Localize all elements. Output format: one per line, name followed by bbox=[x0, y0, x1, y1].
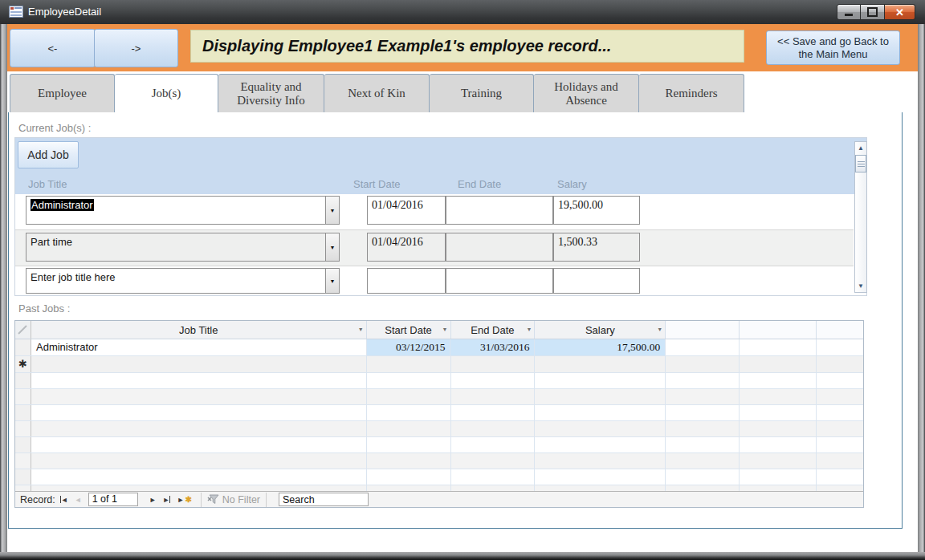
empty-grid-cell[interactable] bbox=[15, 437, 31, 452]
cell-empty[interactable] bbox=[31, 356, 367, 372]
new-record-selector[interactable]: ✱ bbox=[15, 356, 31, 372]
job-title-combo[interactable]: Administrator bbox=[26, 196, 326, 225]
empty-grid-cell[interactable] bbox=[15, 373, 31, 388]
empty-grid-cell[interactable] bbox=[15, 469, 31, 485]
cell-empty[interactable] bbox=[740, 339, 817, 355]
cell-empty[interactable] bbox=[740, 356, 817, 372]
first-record-button[interactable]: ◄ bbox=[60, 496, 68, 504]
empty-grid-cell[interactable] bbox=[666, 437, 740, 452]
empty-grid-cell[interactable] bbox=[817, 437, 863, 452]
end-date-field[interactable] bbox=[446, 268, 553, 294]
save-and-back-button[interactable]: << Save and go Back to the Main Menu bbox=[766, 30, 900, 65]
empty-grid-row[interactable] bbox=[15, 373, 863, 389]
next-record-button[interactable]: -> bbox=[94, 29, 178, 67]
empty-grid-cell[interactable] bbox=[451, 405, 536, 420]
empty-grid-cell[interactable] bbox=[666, 453, 740, 469]
start-date-field[interactable]: 01/04/2016 bbox=[367, 196, 446, 225]
column-dropdown-icon[interactable]: ▼ bbox=[442, 327, 448, 332]
cell-start-date[interactable]: 03/12/2015 bbox=[367, 339, 451, 355]
tab-employee[interactable]: Employee bbox=[10, 74, 115, 112]
empty-grid-cell[interactable] bbox=[451, 389, 536, 404]
select-all-corner[interactable] bbox=[15, 321, 31, 339]
empty-grid-cell[interactable] bbox=[367, 389, 451, 404]
cell-empty[interactable] bbox=[817, 339, 863, 355]
empty-grid-cell[interactable] bbox=[451, 373, 536, 388]
empty-grid-cell[interactable] bbox=[31, 421, 367, 436]
empty-grid-cell[interactable] bbox=[666, 389, 740, 404]
cell-empty[interactable] bbox=[666, 339, 740, 355]
column-dropdown-icon[interactable]: ▼ bbox=[657, 327, 662, 332]
tab-training[interactable]: Training bbox=[430, 74, 534, 112]
last-record-button[interactable]: ► bbox=[163, 496, 171, 504]
search-input[interactable] bbox=[279, 493, 369, 506]
empty-grid-row[interactable] bbox=[15, 453, 863, 469]
close-button[interactable]: ✕ bbox=[885, 4, 915, 20]
empty-grid-row[interactable] bbox=[15, 421, 863, 437]
empty-grid-cell[interactable] bbox=[31, 437, 367, 452]
minimize-button[interactable] bbox=[837, 4, 861, 20]
combo-dropdown-button[interactable]: ▼ bbox=[325, 233, 340, 262]
empty-grid-row[interactable] bbox=[15, 437, 863, 453]
empty-grid-cell[interactable] bbox=[367, 469, 451, 485]
cell-empty[interactable] bbox=[666, 356, 740, 372]
header-salary[interactable]: Salary▼ bbox=[535, 321, 666, 339]
scroll-up-button[interactable]: ▲ bbox=[856, 142, 866, 154]
empty-grid-cell[interactable] bbox=[31, 405, 367, 420]
empty-grid-cell[interactable] bbox=[817, 373, 863, 388]
no-filter-label[interactable]: No Filter bbox=[222, 494, 260, 505]
empty-grid-cell[interactable] bbox=[535, 421, 666, 436]
empty-grid-cell[interactable] bbox=[817, 421, 863, 436]
empty-grid-cell[interactable] bbox=[535, 453, 666, 469]
empty-grid-row[interactable] bbox=[15, 405, 863, 421]
start-date-field[interactable] bbox=[367, 268, 446, 294]
empty-grid-cell[interactable] bbox=[31, 469, 367, 485]
empty-grid-cell[interactable] bbox=[367, 373, 451, 388]
empty-grid-cell[interactable] bbox=[740, 373, 817, 388]
job-title-combo[interactable]: Part time bbox=[26, 233, 326, 262]
empty-grid-cell[interactable] bbox=[367, 453, 451, 469]
empty-grid-cell[interactable] bbox=[15, 389, 31, 404]
empty-grid-row[interactable] bbox=[15, 389, 863, 405]
empty-grid-cell[interactable] bbox=[740, 437, 817, 452]
cell-job-title[interactable]: Administrator bbox=[31, 339, 367, 355]
empty-grid-cell[interactable] bbox=[451, 453, 536, 469]
job-title-combo[interactable]: Enter job title here bbox=[26, 268, 326, 294]
restore-button[interactable] bbox=[861, 4, 885, 20]
empty-grid-cell[interactable] bbox=[740, 469, 817, 485]
empty-grid-row[interactable] bbox=[15, 469, 863, 485]
current-jobs-scrollbar[interactable]: ▲ ▼ bbox=[854, 141, 867, 293]
cell-end-date[interactable]: 31/03/2016 bbox=[450, 339, 535, 355]
empty-grid-cell[interactable] bbox=[666, 469, 740, 485]
empty-grid-cell[interactable] bbox=[535, 437, 666, 452]
previous-record-nav-button[interactable]: ◄ bbox=[75, 496, 82, 504]
record-position-box[interactable]: 1 of 1 bbox=[88, 493, 138, 506]
combo-dropdown-button[interactable]: ▼ bbox=[325, 196, 340, 225]
empty-grid-cell[interactable] bbox=[31, 373, 367, 388]
empty-grid-cell[interactable] bbox=[817, 389, 863, 404]
salary-field[interactable]: 1,500.33 bbox=[553, 233, 640, 262]
empty-grid-cell[interactable] bbox=[740, 453, 817, 469]
next-record-nav-button[interactable]: ► bbox=[149, 496, 157, 504]
salary-field[interactable] bbox=[553, 268, 640, 294]
empty-grid-cell[interactable] bbox=[367, 421, 451, 436]
combo-dropdown-button[interactable]: ▼ bbox=[325, 268, 340, 294]
cell-salary[interactable]: 17,500.00 bbox=[535, 339, 666, 355]
start-date-field[interactable]: 01/04/2016 bbox=[367, 233, 446, 262]
tab-jobs[interactable]: Job(s) bbox=[115, 74, 218, 112]
empty-grid-cell[interactable] bbox=[15, 453, 31, 469]
empty-grid-cell[interactable] bbox=[15, 405, 31, 420]
cell-empty[interactable] bbox=[367, 356, 451, 372]
scroll-down-button[interactable]: ▼ bbox=[856, 280, 866, 292]
empty-grid-cell[interactable] bbox=[666, 405, 740, 420]
empty-grid-cell[interactable] bbox=[740, 389, 817, 404]
end-date-field[interactable] bbox=[446, 196, 553, 225]
empty-grid-cell[interactable] bbox=[666, 421, 740, 436]
empty-grid-cell[interactable] bbox=[817, 453, 863, 469]
tab-reminders[interactable]: Reminders bbox=[639, 74, 744, 112]
empty-grid-cell[interactable] bbox=[817, 405, 863, 420]
empty-grid-cell[interactable] bbox=[535, 469, 666, 485]
end-date-field[interactable] bbox=[446, 233, 553, 262]
header-end-date[interactable]: End Date▼ bbox=[451, 321, 536, 339]
empty-grid-cell[interactable] bbox=[31, 389, 367, 404]
cell-empty[interactable] bbox=[451, 356, 536, 372]
